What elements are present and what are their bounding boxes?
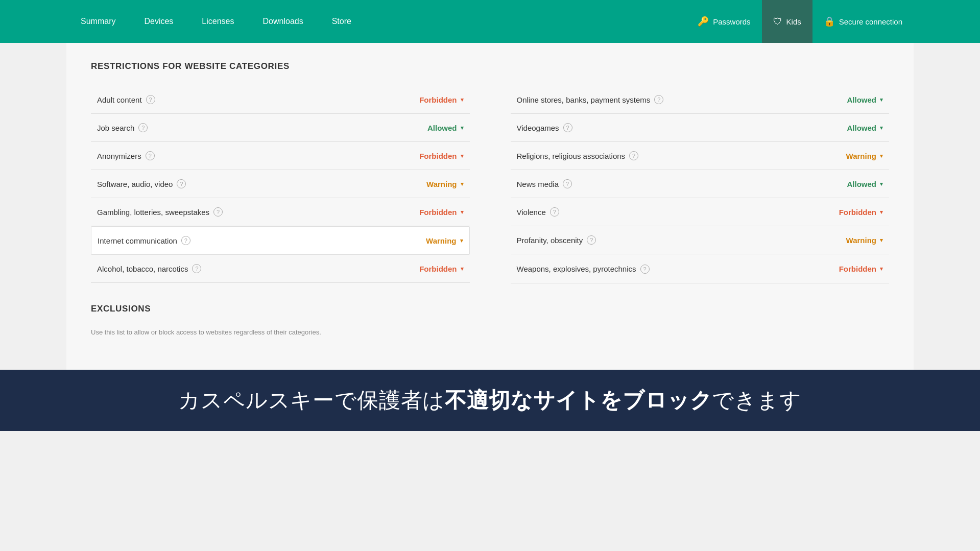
banner-text-normal: カスペルスキーで保護者は <box>178 388 445 412</box>
help-icon-anon[interactable]: ? <box>146 151 155 160</box>
nav-passwords[interactable]: 🔑 Passwords <box>686 0 761 43</box>
category-label: Software, audio, video ? <box>97 179 186 188</box>
profanity-text: Profanity, obscenity <box>517 236 583 245</box>
help-icon-news[interactable]: ? <box>563 179 572 188</box>
nav-devices[interactable]: Devices <box>130 0 187 43</box>
category-news-media: News media ? Allowed ▾ <box>511 170 890 198</box>
help-icon-adult[interactable]: ? <box>146 95 155 104</box>
navbar: Summary Devices Licenses Downloads Store… <box>0 0 980 43</box>
nav-licenses[interactable]: Licenses <box>187 0 248 43</box>
weapons-text: Weapons, explosives, pyrotechnics <box>517 265 636 273</box>
job-search-status[interactable]: Allowed ▾ <box>427 124 464 132</box>
category-videogames: Videogames ? Allowed ▾ <box>511 114 890 142</box>
videogames-status[interactable]: Allowed ▾ <box>847 124 883 132</box>
alcohol-text: Alcohol, tobacco, narcotics <box>97 265 188 273</box>
chevron-down-icon: ▾ <box>880 125 883 131</box>
help-icon-alcohol[interactable]: ? <box>192 264 201 273</box>
chevron-down-icon: ▾ <box>461 181 464 187</box>
profanity-status[interactable]: Warning ▾ <box>846 236 883 245</box>
religions-status[interactable]: Warning ▾ <box>846 152 883 160</box>
right-column: Online stores, banks, payment systems ? … <box>511 86 890 283</box>
banner-text-bold: 不適切なサイトをブロック <box>445 388 712 412</box>
chevron-down-icon: ▾ <box>461 209 464 215</box>
chevron-down-icon: ▾ <box>880 237 883 244</box>
gambling-text: Gambling, lotteries, sweepstakes <box>97 208 209 217</box>
nav-kids[interactable]: 🛡 Kids <box>762 0 812 43</box>
videogames-text: Videogames <box>517 124 559 132</box>
nav-secure-connection[interactable]: 🔒 Secure connection <box>812 0 914 43</box>
category-label: Videogames ? <box>517 123 572 132</box>
help-icon-profanity[interactable]: ? <box>587 235 596 245</box>
category-alcohol: Alcohol, tobacco, narcotics ? Forbidden … <box>91 255 470 283</box>
category-label: Gambling, lotteries, sweepstakes ? <box>97 207 223 217</box>
help-icon-job[interactable]: ? <box>138 123 148 132</box>
help-icon-stores[interactable]: ? <box>654 95 663 104</box>
software-status[interactable]: Warning ▾ <box>426 180 463 188</box>
weapons-status[interactable]: Forbidden ▾ <box>839 265 883 273</box>
chevron-down-icon: ▾ <box>880 181 883 187</box>
category-label: Adult content ? <box>97 95 155 104</box>
category-religions: Religions, religious associations ? Warn… <box>511 142 890 170</box>
online-stores-text: Online stores, banks, payment systems <box>517 95 651 104</box>
category-label: News media ? <box>517 179 572 188</box>
help-icon-violence[interactable]: ? <box>550 207 559 217</box>
category-internet-communication: Internet communication ? Warning ▾ <box>91 226 470 255</box>
help-icon-gambling[interactable]: ? <box>213 207 223 217</box>
chevron-down-icon: ▾ <box>461 97 464 103</box>
category-label: Violence ? <box>517 207 559 217</box>
nav-kids-label: Kids <box>786 17 801 26</box>
chevron-down-icon: ▾ <box>880 153 883 159</box>
violence-status[interactable]: Forbidden ▾ <box>839 208 883 217</box>
exclusions-section: EXCLUSIONS Use this list to allow or blo… <box>91 304 889 336</box>
anonymizers-status[interactable]: Forbidden ▾ <box>419 152 463 160</box>
software-text: Software, audio, video <box>97 180 173 188</box>
category-profanity: Profanity, obscenity ? Warning ▾ <box>511 226 890 254</box>
adult-content-text: Adult content <box>97 95 142 104</box>
section-title: RESTRICTIONS FOR WEBSITE CATEGORIES <box>91 61 889 71</box>
job-search-text: Job search <box>97 124 134 132</box>
category-label: Job search ? <box>97 123 148 132</box>
chevron-down-icon: ▾ <box>880 97 883 103</box>
online-stores-status[interactable]: Allowed ▾ <box>847 95 883 104</box>
nav-passwords-label: Passwords <box>713 17 750 26</box>
internet-comm-text: Internet communication <box>98 236 177 245</box>
chevron-down-icon: ▾ <box>880 209 883 215</box>
help-icon-videogames[interactable]: ? <box>563 123 572 132</box>
category-anonymizers: Anonymizers ? Forbidden ▾ <box>91 142 470 170</box>
gambling-status[interactable]: Forbidden ▾ <box>419 208 463 217</box>
category-label: Online stores, banks, payment systems ? <box>517 95 664 104</box>
category-label: Weapons, explosives, pyrotechnics ? <box>517 263 650 274</box>
main-content: RESTRICTIONS FOR WEBSITE CATEGORIES Adul… <box>66 43 914 370</box>
lock-icon: 🔒 <box>824 16 835 27</box>
chevron-down-icon: ▾ <box>461 125 464 131</box>
key-icon: 🔑 <box>698 16 709 27</box>
alcohol-status[interactable]: Forbidden ▾ <box>419 265 463 273</box>
category-label: Anonymizers ? <box>97 151 155 160</box>
religions-text: Religions, religious associations <box>517 152 626 160</box>
violence-text: Violence <box>517 208 546 217</box>
exclusions-title: EXCLUSIONS <box>91 304 889 314</box>
nav-summary[interactable]: Summary <box>66 0 130 43</box>
help-icon-religions[interactable]: ? <box>629 151 638 160</box>
help-icon-software[interactable]: ? <box>177 179 186 188</box>
nav-store[interactable]: Store <box>318 0 366 43</box>
category-violence: Violence ? Forbidden ▾ <box>511 198 890 226</box>
help-icon-internet[interactable]: ? <box>181 236 190 245</box>
bottom-banner: カスペルスキーで保護者は不適切なサイトをブロックできます <box>0 370 980 431</box>
nav-secure-connection-label: Secure connection <box>839 17 902 26</box>
banner-text-after: できます <box>712 388 801 412</box>
nav-downloads[interactable]: Downloads <box>249 0 318 43</box>
shield-icon: 🛡 <box>773 16 782 27</box>
chevron-down-icon: ▾ <box>461 153 464 159</box>
adult-content-status[interactable]: Forbidden ▾ <box>419 95 463 104</box>
category-weapons: Weapons, explosives, pyrotechnics ? Forb… <box>511 254 890 283</box>
category-gambling: Gambling, lotteries, sweepstakes ? Forbi… <box>91 198 470 226</box>
news-status[interactable]: Allowed ▾ <box>847 180 883 188</box>
category-label: Internet communication ? <box>98 236 190 245</box>
help-icon-weapons[interactable]: ? <box>640 265 650 274</box>
category-online-stores: Online stores, banks, payment systems ? … <box>511 86 890 114</box>
category-job-search: Job search ? Allowed ▾ <box>91 114 470 142</box>
internet-comm-status[interactable]: Warning ▾ <box>426 236 463 245</box>
category-label: Alcohol, tobacco, narcotics ? <box>97 264 201 273</box>
category-label: Profanity, obscenity ? <box>517 235 596 245</box>
